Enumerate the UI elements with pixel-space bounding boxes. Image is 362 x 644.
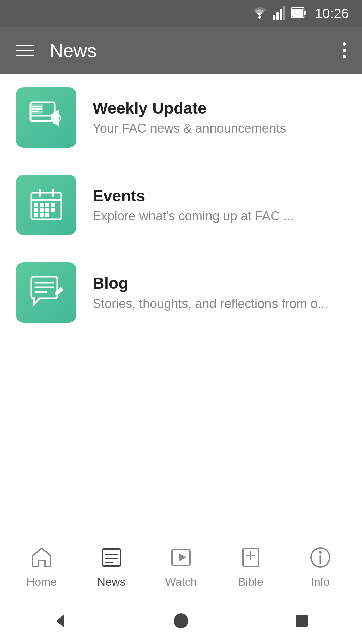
watch-icon <box>169 546 193 571</box>
events-icon <box>16 175 76 235</box>
hamburger-menu-button[interactable] <box>16 45 34 56</box>
list-item-blog[interactable]: Blog Stories, thoughts, and reflections … <box>0 249 362 336</box>
more-options-button[interactable] <box>343 42 346 58</box>
events-text: Events Explore what's coming up at FAC .… <box>93 186 294 223</box>
svg-rect-14 <box>51 114 54 122</box>
weekly-update-text: Weekly Update Your FAC news & announceme… <box>93 99 286 136</box>
events-subtitle: Explore what's coming up at FAC ... <box>93 209 294 223</box>
nav-item-home[interactable]: Home <box>7 546 76 588</box>
nav-label-bible: Bible <box>238 575 263 588</box>
events-title: Events <box>93 186 294 205</box>
nav-label-info: Info <box>311 575 330 588</box>
svg-rect-33 <box>102 549 120 566</box>
nav-label-news: News <box>97 575 125 588</box>
content-list: Weekly Update Your FAC news & announceme… <box>0 74 362 336</box>
status-bar: 10:26 <box>0 0 362 27</box>
svg-point-46 <box>174 613 188 628</box>
weekly-update-subtitle: Your FAC news & announcements <box>93 121 286 136</box>
weekly-update-title: Weekly Update <box>93 99 286 117</box>
svg-rect-27 <box>34 213 38 217</box>
svg-rect-23 <box>34 208 38 212</box>
svg-rect-21 <box>45 203 49 207</box>
svg-rect-25 <box>45 208 49 212</box>
wifi-icon <box>253 7 267 20</box>
toolbar: News <box>0 27 362 74</box>
svg-marker-45 <box>56 614 64 628</box>
svg-point-0 <box>258 16 261 19</box>
svg-rect-47 <box>296 615 308 627</box>
svg-rect-1 <box>273 15 275 20</box>
blog-icon <box>16 262 76 323</box>
toolbar-left: News <box>16 40 97 61</box>
weekly-update-icon <box>16 87 76 148</box>
nav-item-info[interactable]: Info <box>286 546 355 588</box>
svg-rect-29 <box>45 213 49 217</box>
signal-icon <box>273 6 285 21</box>
blog-subtitle: Stories, thoughts, and reflections from … <box>93 297 328 311</box>
svg-rect-22 <box>51 203 55 207</box>
svg-rect-2 <box>276 12 279 20</box>
blog-text: Blog Stories, thoughts, and reflections … <box>93 274 328 311</box>
nav-label-home: Home <box>26 575 57 588</box>
status-time: 10:26 <box>315 6 349 21</box>
nav-item-watch[interactable]: Watch <box>146 546 216 588</box>
list-item-weekly-update[interactable]: Weekly Update Your FAC news & announceme… <box>0 74 362 161</box>
status-icons: 10:26 <box>253 6 349 21</box>
svg-rect-26 <box>51 208 55 212</box>
svg-rect-4 <box>283 6 285 20</box>
svg-marker-38 <box>179 553 186 562</box>
svg-rect-24 <box>40 208 44 212</box>
news-icon <box>100 546 123 571</box>
svg-rect-28 <box>40 213 44 217</box>
nav-item-bible[interactable]: Bible <box>216 546 286 588</box>
blog-title: Blog <box>93 274 328 292</box>
svg-rect-19 <box>34 203 38 207</box>
android-nav-bar <box>0 597 362 644</box>
nav-item-news[interactable]: News <box>76 546 146 588</box>
android-home-button[interactable] <box>171 611 191 631</box>
page-title: News <box>50 40 97 61</box>
bible-icon <box>239 546 262 571</box>
home-icon <box>30 546 53 571</box>
svg-rect-20 <box>40 203 44 207</box>
android-back-button[interactable] <box>50 611 70 631</box>
svg-rect-7 <box>292 9 303 17</box>
svg-point-43 <box>319 551 322 554</box>
nav-label-watch: Watch <box>165 575 197 588</box>
list-item-events[interactable]: Events Explore what's coming up at FAC .… <box>0 161 362 249</box>
info-icon <box>309 546 332 571</box>
bottom-navigation: Home News Watch <box>0 537 362 597</box>
battery-icon <box>291 6 306 20</box>
svg-rect-3 <box>280 9 282 20</box>
svg-rect-6 <box>304 11 306 15</box>
android-recents-button[interactable] <box>292 611 312 631</box>
